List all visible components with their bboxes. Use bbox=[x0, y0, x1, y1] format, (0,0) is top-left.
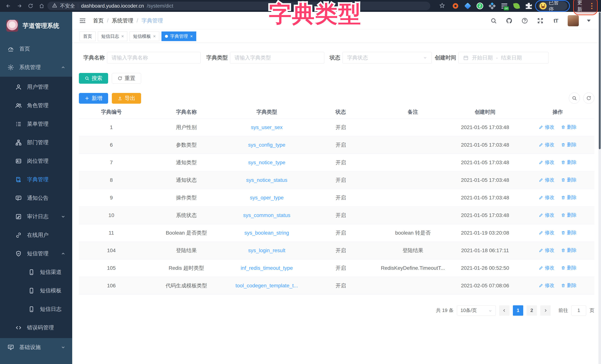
edit-link[interactable]: 修改 bbox=[539, 159, 554, 165]
extension-gem-icon[interactable] bbox=[464, 2, 472, 10]
sidebar-item-departments[interactable]: 部门管理 bbox=[0, 133, 72, 152]
address-bar[interactable]: 不安全 dashboard.yudao.iocoder.cn /system/d… bbox=[47, 2, 430, 10]
sidebar-item-online-users[interactable]: 在线用户 bbox=[0, 226, 72, 244]
sidebar-item-notice[interactable]: 通知公告 bbox=[0, 189, 72, 207]
dict-type-link[interactable]: sys_user_sex bbox=[229, 119, 305, 136]
font-size-icon[interactable]: tT bbox=[552, 17, 560, 24]
github-icon[interactable] bbox=[505, 17, 513, 24]
dict-type-link[interactable]: sys_common_status bbox=[229, 206, 305, 224]
next-page-button[interactable] bbox=[540, 305, 551, 316]
edit-link[interactable]: 修改 bbox=[539, 282, 554, 289]
delete-link[interactable]: 删除 bbox=[561, 159, 577, 165]
page-1-button[interactable]: 1 bbox=[513, 305, 523, 316]
dict-type-link[interactable]: sys_oper_type bbox=[229, 189, 305, 206]
sidebar-item-error-codes[interactable]: 错误码管理 bbox=[0, 318, 72, 337]
edit-link[interactable]: 修改 bbox=[539, 264, 554, 271]
update-button[interactable]: 更新 bbox=[577, 0, 587, 13]
browser-home-icon[interactable] bbox=[38, 2, 45, 10]
edit-link[interactable]: 修改 bbox=[539, 177, 554, 183]
browser-back-icon[interactable] bbox=[5, 2, 12, 10]
delete-link[interactable]: 删除 bbox=[561, 264, 577, 271]
tab-sms-template[interactable]: 短信模板 × bbox=[130, 31, 159, 41]
dict-type-link[interactable]: sys_login_result bbox=[229, 242, 305, 259]
dict-type-input[interactable] bbox=[235, 55, 320, 61]
scrollbar-thumb[interactable] bbox=[599, 12, 601, 149]
bookmark-star-icon[interactable] bbox=[439, 3, 445, 9]
dict-type-link[interactable]: sys_notice_status bbox=[229, 171, 305, 189]
page-2-button[interactable]: 2 bbox=[527, 305, 537, 316]
browser-reload-icon[interactable] bbox=[27, 2, 34, 10]
edit-link[interactable]: 修改 bbox=[539, 142, 554, 148]
tab-sms-log[interactable]: 短信日志 × bbox=[98, 31, 127, 41]
delete-link[interactable]: 删除 bbox=[561, 229, 577, 236]
delete-link[interactable]: 删除 bbox=[561, 124, 577, 130]
sidebar-item-home[interactable]: 首页 bbox=[0, 40, 72, 58]
extension-leaf-icon[interactable] bbox=[512, 2, 521, 10]
dict-type-link[interactable]: sys_notice_type bbox=[229, 154, 305, 171]
edit-link[interactable]: 修改 bbox=[539, 247, 554, 253]
extension-orange-icon[interactable] bbox=[451, 2, 460, 10]
goto-page-input[interactable] bbox=[571, 305, 586, 316]
close-icon[interactable]: × bbox=[121, 34, 124, 39]
page-scrollbar[interactable] bbox=[598, 12, 601, 364]
caret-down-icon[interactable] bbox=[587, 20, 591, 22]
add-button[interactable]: 新增 bbox=[79, 93, 108, 104]
extension-green-icon[interactable]: Z bbox=[476, 2, 484, 10]
close-icon[interactable]: × bbox=[190, 34, 193, 39]
edit-link[interactable]: 修改 bbox=[539, 229, 554, 236]
dict-type-link[interactable]: sys_boolean_string bbox=[229, 224, 305, 242]
extension-paused-chip[interactable]: 已暂停 bbox=[538, 1, 567, 10]
browser-menu-icon[interactable] bbox=[590, 3, 594, 10]
sidebar-item-users[interactable]: 用户管理 bbox=[0, 78, 72, 96]
sidebar-item-menus[interactable]: 菜单管理 bbox=[0, 115, 72, 133]
gear-icon bbox=[7, 64, 14, 71]
tab-dict-active[interactable]: 字典管理 × bbox=[161, 31, 196, 41]
sidebar-item-roles[interactable]: 角色管理 bbox=[0, 96, 72, 115]
browser-forward-icon[interactable] bbox=[16, 2, 23, 10]
delete-link[interactable]: 删除 bbox=[561, 194, 577, 201]
sidebar-item-sms[interactable]: 短信管理 bbox=[0, 244, 72, 263]
delete-link[interactable]: 删除 bbox=[561, 177, 577, 183]
users-icon bbox=[15, 102, 22, 109]
sidebar-item-system[interactable]: 系统管理 bbox=[0, 58, 72, 77]
page-size-select[interactable]: 10条/页 bbox=[457, 305, 496, 316]
prev-page-button[interactable] bbox=[499, 305, 510, 316]
delete-link[interactable]: 删除 bbox=[561, 282, 577, 289]
export-button[interactable]: 导出 bbox=[112, 93, 141, 104]
search-button[interactable]: 搜索 bbox=[79, 73, 108, 84]
edit-link[interactable]: 修改 bbox=[539, 124, 554, 130]
reset-button[interactable]: 重置 bbox=[112, 73, 141, 84]
sidebar-item-audit-log[interactable]: 审计日志 bbox=[0, 207, 72, 226]
user-avatar[interactable] bbox=[568, 15, 579, 26]
extensions-puzzle-icon[interactable] bbox=[525, 2, 533, 10]
sidebar-item-sms-channel[interactable]: 短信渠道 bbox=[0, 263, 72, 282]
breadcrumb-system[interactable]: 系统管理 bbox=[112, 17, 133, 24]
extension-list-icon[interactable]: on bbox=[500, 2, 508, 10]
sidebar-item-sms-log[interactable]: 短信日志 bbox=[0, 300, 72, 318]
close-icon[interactable]: × bbox=[153, 34, 156, 39]
dict-type-link[interactable]: sys_config_type bbox=[229, 136, 305, 154]
extension-diamond-icon[interactable] bbox=[488, 2, 496, 10]
fullscreen-icon[interactable] bbox=[537, 17, 544, 24]
tab-home[interactable]: 首页 bbox=[80, 31, 96, 41]
date-range-picker[interactable]: 开始日期 - 结束日期 bbox=[459, 52, 548, 64]
dict-type-link[interactable]: inf_redis_timeout_type bbox=[229, 259, 305, 277]
delete-link[interactable]: 删除 bbox=[561, 212, 577, 218]
app-logo-row[interactable]: 芋道管理系统 bbox=[0, 12, 72, 40]
breadcrumb-home[interactable]: 首页 bbox=[93, 17, 104, 24]
toggle-search-button[interactable] bbox=[569, 92, 580, 104]
sidebar-item-positions[interactable]: 岗位管理 bbox=[0, 152, 72, 170]
edit-link[interactable]: 修改 bbox=[539, 194, 554, 201]
search-icon[interactable] bbox=[490, 17, 497, 24]
dict-type-link[interactable]: tool_codegen_template_t... bbox=[229, 277, 305, 294]
sidebar-item-infrastructure[interactable]: 基础设施 bbox=[0, 338, 72, 357]
delete-link[interactable]: 删除 bbox=[561, 142, 577, 148]
edit-link[interactable]: 修改 bbox=[539, 212, 554, 218]
refresh-table-button[interactable] bbox=[583, 92, 594, 104]
hamburger-icon[interactable] bbox=[79, 17, 86, 24]
sidebar-item-dict[interactable]: 字典管理 bbox=[0, 170, 72, 189]
status-select[interactable]: 字典状态 bbox=[342, 52, 432, 64]
dict-name-input[interactable] bbox=[112, 55, 196, 61]
delete-link[interactable]: 删除 bbox=[561, 247, 577, 253]
sidebar-item-sms-template[interactable]: 短信模板 bbox=[0, 282, 72, 300]
